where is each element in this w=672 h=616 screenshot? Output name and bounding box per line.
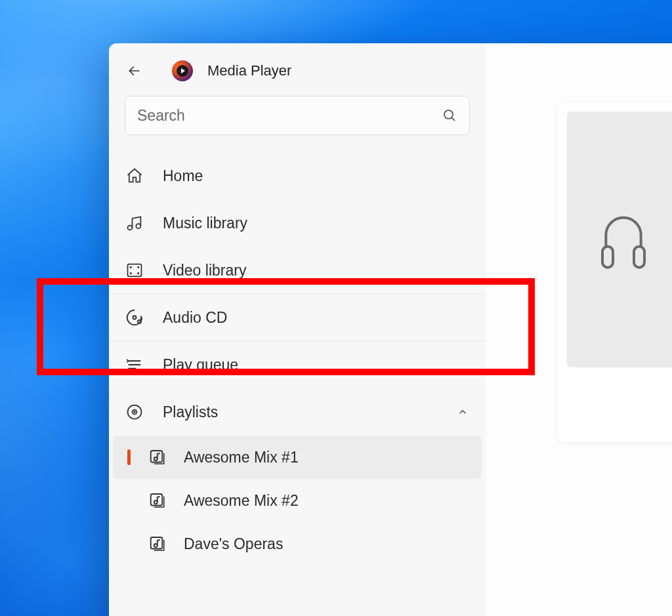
playlist-item-awesome-mix-2[interactable]: Awesome Mix #2 <box>113 479 482 522</box>
nav-label: Home <box>163 167 203 185</box>
svg-point-3 <box>136 224 140 228</box>
playlist-label: Awesome Mix #2 <box>184 492 299 510</box>
playlist-icon <box>148 447 168 467</box>
app-title: Media Player <box>207 62 291 79</box>
svg-rect-23 <box>602 247 613 268</box>
arrow-left-icon <box>126 62 143 79</box>
nav-label: Play queue <box>163 356 238 374</box>
nav-play-queue[interactable]: Play queue <box>109 341 486 388</box>
svg-rect-24 <box>634 247 644 268</box>
cd-icon <box>125 308 144 327</box>
playlist-item-daves-operas[interactable]: Dave's Operas <box>113 522 482 565</box>
headphones-icon <box>597 203 650 276</box>
playlist-icon <box>148 534 168 554</box>
header: Media Player <box>109 60 486 96</box>
nav-home[interactable]: Home <box>109 152 486 199</box>
svg-point-9 <box>133 316 136 319</box>
nav-video-library[interactable]: Video library <box>109 247 486 294</box>
film-icon <box>125 260 144 280</box>
svg-point-6 <box>130 273 131 274</box>
svg-point-5 <box>130 267 131 268</box>
playlist-label: Awesome Mix #1 <box>184 449 299 466</box>
playlist-icon <box>148 491 168 510</box>
search-box[interactable] <box>125 96 470 135</box>
playlist-label: Dave's Operas <box>184 535 283 553</box>
queue-icon <box>125 355 144 375</box>
search-container <box>125 96 470 135</box>
svg-line-1 <box>452 117 455 121</box>
nav-label: Playlists <box>163 403 218 421</box>
nav-label: Audio CD <box>163 309 227 327</box>
album-art-placeholder <box>567 112 672 367</box>
chevron-up-icon <box>457 406 469 418</box>
nav-playlists[interactable]: Playlists <box>109 388 486 436</box>
svg-rect-4 <box>128 264 142 277</box>
nav-label: Video library <box>163 262 246 279</box>
nav-list: Home Music library <box>109 152 486 565</box>
back-button[interactable] <box>125 61 144 81</box>
svg-point-16 <box>134 411 135 413</box>
svg-point-7 <box>138 267 138 268</box>
nav-music-library[interactable]: Music library <box>109 199 486 247</box>
svg-point-2 <box>128 226 133 230</box>
active-indicator <box>127 449 131 465</box>
svg-point-8 <box>138 273 138 274</box>
nav-audio-cd[interactable]: Audio CD <box>109 294 486 341</box>
sidebar: Media Player Home <box>109 43 486 616</box>
app-icon <box>172 60 193 81</box>
content-area <box>486 43 672 616</box>
search-icon <box>442 108 457 123</box>
music-note-icon <box>125 213 144 233</box>
disc-icon <box>125 402 144 422</box>
nav-label: Music library <box>163 215 247 232</box>
media-player-window: Media Player Home <box>109 43 672 616</box>
playlist-item-awesome-mix-1[interactable]: Awesome Mix #1 <box>113 436 482 479</box>
album-card[interactable] <box>558 102 672 442</box>
svg-point-0 <box>444 110 453 119</box>
home-icon <box>125 166 144 186</box>
search-input[interactable] <box>137 107 442 125</box>
